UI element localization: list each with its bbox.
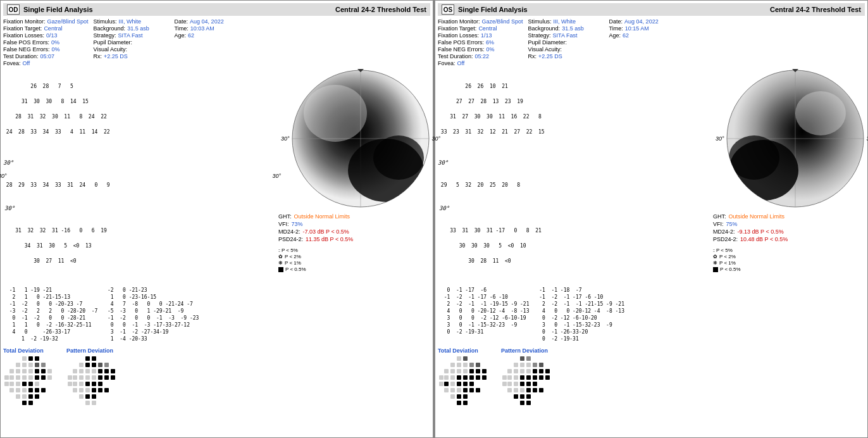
os-total-dev-section: Total Deviation [438,347,495,420]
svg-rect-16 [9,375,14,380]
svg-rect-33 [35,388,39,392]
svg-rect-145 [520,375,524,380]
od-vf-left-label: 30° [281,135,290,142]
od-axis-left: 30° [0,173,7,179]
os-legend-text-4: P < 0.5% [720,266,741,272]
svg-rect-125 [463,394,468,399]
svg-rect-147 [533,375,537,380]
os-header: OS Single Field Analysis Central 24-2 Th… [438,3,865,16]
svg-rect-29 [9,388,14,392]
svg-rect-37 [28,394,33,399]
od-left-data: 30° 26 28 7 5 31 30 30 8 14 15 28 31 32 … [3,69,276,435]
od-threshold-row-4: 24 28 33 34 33 4 11 14 22 [3,128,276,136]
os-legend-row-1: :: P < 5% [713,247,741,253]
svg-rect-15 [4,375,9,380]
od-legend: :: P < 5% ✿ P < 2% ❋ P < 1% P < 0.5% [278,247,306,272]
svg-rect-150 [502,382,507,386]
svg-rect-110 [482,375,487,380]
svg-rect-78 [85,401,90,405]
svg-rect-63 [68,382,72,386]
svg-rect-22 [47,375,52,380]
svg-rect-49 [79,369,84,373]
os-legend-text-3: P < 1% [719,260,736,266]
od-total-dev-map [3,355,60,420]
svg-rect-39 [22,401,27,405]
svg-rect-130 [514,363,518,367]
os-psd-value: 10.48 dB P < 0.5% [740,236,788,242]
svg-rect-126 [457,401,461,405]
os-fix-tgt-val: Central [478,25,497,32]
svg-point-173 [795,91,846,135]
svg-rect-99 [463,369,468,373]
od-legend-row-3: ❋ P < 1% [278,260,306,266]
od-info-section: Fixation Monitor:Gaze/Blind Spot Fixatio… [3,18,430,66]
os-time-label: Time: [609,25,623,32]
os-analysis-type: Single Field Analysis [458,6,770,13]
od-vfi-label: VFI: [278,221,289,227]
od-fp-label: False POS Errors: [3,39,49,46]
svg-rect-55 [68,375,72,380]
os-legend-row-4: P < 0.5% [713,266,741,272]
od-stim-val: III, White [119,18,142,25]
os-threshold-row-4: 33 23 31 32 12 21 27 22 15 [438,128,710,136]
od-bg-val: 31.5 asb [127,25,149,32]
od-legend-row-2: ✿ P < 2% [278,254,306,260]
svg-rect-111 [439,382,443,386]
svg-rect-114 [457,382,461,386]
os-total-dev-map [438,355,495,420]
os-vfi-label: VFI: [713,221,724,227]
os-age-val: 62 [623,32,629,39]
os-threshold-row-3: 31 27 30 30 11 16 22 8 [438,113,710,121]
svg-rect-91 [450,363,455,367]
svg-rect-113 [450,382,455,386]
od-legend-text-4: P < 0.5% [285,266,306,272]
svg-rect-0 [22,356,27,361]
os-right-section: 30° 30° GHT: Outside Normal Limits VFI: … [713,69,865,435]
svg-rect-66 [85,382,90,386]
svg-rect-136 [514,369,518,373]
od-info-col-1: Fixation Monitor:Gaze/Blind Spot Fixatio… [3,18,89,66]
os-info-section: Fixation Monitor:Gaze/Blind Spot Fixatio… [438,18,865,66]
svg-rect-96 [444,369,449,373]
os-info-col-1: Fixation Monitor:Gaze/Blind Spot Fixatio… [438,18,523,66]
od-time-label: Time: [175,25,189,32]
od-fix-loss-label: Fixation Losses: [3,32,44,39]
os-vfi-value: 75% [726,221,738,227]
svg-rect-75 [79,394,84,399]
os-dev-right-grid: -1 -1 -18 -7 -1 -2 -1 -17 -6 -10 2 -2 -1… [533,287,625,342]
od-rx-val: +2.25 DS [104,53,128,59]
od-pattern-dev-svg [66,355,123,418]
os-md-label: MD24-2: [713,228,735,235]
svg-rect-157 [514,388,518,392]
svg-rect-68 [98,382,102,386]
os-deviation-area: 0 -1 -17 -6 -1 -2 -1 -17 -6 -10 2 -2 -1 … [438,287,710,342]
os-date-label: Date: [609,18,623,25]
od-total-dev-title: Total Deviation [3,347,60,354]
os-fp-val: 6% [486,39,494,46]
os-dur-label: Test Duration: [438,53,473,59]
svg-rect-73 [98,388,102,392]
od-fix-tgt-label: Fixation Target: [3,25,42,32]
os-legend-text-1: P < 5% [716,247,733,253]
svg-rect-129 [526,356,531,361]
svg-rect-98 [457,369,461,373]
svg-rect-70 [79,388,84,392]
svg-rect-97 [450,369,455,373]
os-threshold-row-1: 26 26 10 21 [438,83,710,91]
svg-rect-109 [476,375,480,380]
svg-rect-95 [476,363,480,367]
os-legend-sym-3: ❋ [713,260,717,266]
os-threshold-row-8: 30 28 11 <0 [438,258,710,265]
svg-rect-128 [520,356,524,361]
svg-rect-58 [85,375,90,380]
svg-rect-156 [507,388,512,392]
od-date-label: Date: [175,18,189,25]
os-dev-right: -1 -1 -18 -7 -1 -2 -1 -17 -6 -10 2 -2 -1… [533,287,625,342]
svg-rect-28 [35,382,39,386]
od-md-value: -7.03 dB P < 0.5% [303,228,349,235]
od-test-type: Central 24-2 Threshold Test [335,6,426,13]
svg-rect-137 [520,369,524,373]
os-fn-label: False NEG Errors: [438,46,485,53]
od-fn-val: 0% [52,46,60,53]
os-fn-val: 0% [487,46,495,53]
